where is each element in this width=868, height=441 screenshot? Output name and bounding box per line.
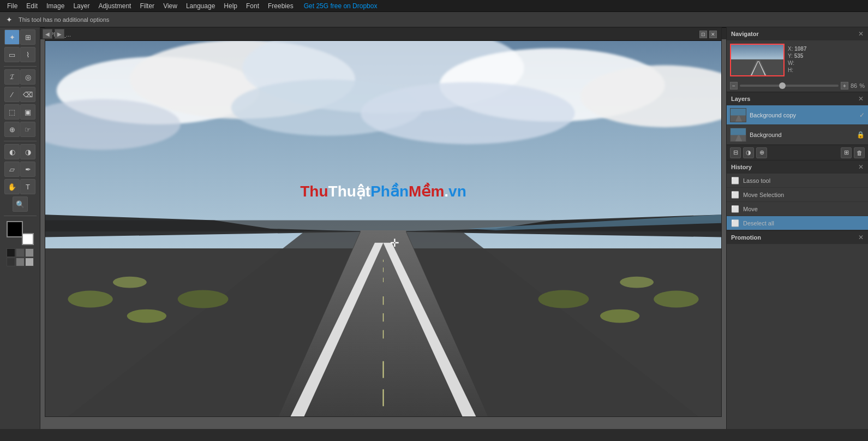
eraser-btn[interactable]: ⌫ <box>20 87 35 102</box>
canvas-maximize-btn[interactable]: ⊡ <box>699 31 707 38</box>
layers-mask-btn[interactable]: ⊕ <box>756 147 767 158</box>
layer-item-0[interactable]: Background copy ✓ <box>727 105 868 125</box>
background-swatch[interactable] <box>22 233 34 245</box>
paint-bucket-btn[interactable]: ⬚ <box>4 104 20 120</box>
svg-point-21 <box>127 309 166 323</box>
tool-sep-3 <box>4 216 37 216</box>
artboard-tool-btn[interactable]: ⊞ <box>20 29 35 45</box>
promotion-header[interactable]: Promotion ✕ <box>727 231 868 244</box>
history-icon-0: ⬜ <box>731 177 739 184</box>
canvas-title-controls: ⊡ ✕ <box>699 31 717 38</box>
window-nav: ◀ ▶ <box>40 27 67 40</box>
history-title: History <box>731 164 752 170</box>
shape-btn[interactable]: ▱ <box>4 162 20 177</box>
menu-image[interactable]: Image <box>43 1 68 11</box>
prev-window-btn[interactable]: ◀ <box>43 29 52 39</box>
menu-view[interactable]: View <box>159 1 181 11</box>
eyedropper-btn[interactable]: 𝓘 <box>4 69 20 85</box>
history-label-0: Lasso tool <box>743 177 770 184</box>
rect-select-btn[interactable]: ▭ <box>4 47 20 62</box>
layers-delete-btn[interactable]: 🗑 <box>854 147 865 158</box>
history-label-3: Deselect all <box>743 220 774 227</box>
history-item-3[interactable]: ⬜ Deselect all <box>727 216 868 230</box>
nav-zoom-in-btn[interactable]: + <box>841 82 848 90</box>
brush-btn[interactable]: ∕ <box>4 87 20 102</box>
menu-language[interactable]: Language <box>182 1 219 11</box>
nav-zoom-slider[interactable] <box>740 85 839 87</box>
history-item-2[interactable]: ⬜ Move <box>727 202 868 216</box>
navigator-close-btn[interactable]: ✕ <box>858 30 864 38</box>
hand-btn[interactable]: ✋ <box>4 179 20 194</box>
navigator-coords: X: 1087 Y: 535 W: H: <box>788 44 806 76</box>
swatch-2[interactable] <box>16 248 25 257</box>
layers-header[interactable]: Layers ✕ <box>727 92 868 105</box>
canvas-image-container[interactable]: ThuThuậtPhầnMềm.vn ✛ <box>45 41 721 416</box>
svg-point-20 <box>68 291 113 308</box>
swatch-6[interactable] <box>25 258 34 266</box>
swatch-1[interactable] <box>7 248 15 257</box>
swatch-4[interactable] <box>7 258 15 266</box>
tool-sep-2 <box>4 141 37 141</box>
nav-zoom-out-btn[interactable]: − <box>730 82 738 90</box>
layers-title: Layers <box>731 96 750 102</box>
heal-btn[interactable]: ◎ <box>20 69 35 85</box>
nav-slider-thumb[interactable] <box>779 82 786 89</box>
foreground-swatch[interactable] <box>7 221 23 237</box>
nav-w-label: W: <box>788 60 806 66</box>
smudge-btn[interactable]: ☞ <box>20 122 35 137</box>
canvas-area[interactable]: ◀ ▶ PHO_... ⊡ ✕ <box>40 27 726 429</box>
move-tool-btn[interactable]: ✦ <box>4 29 20 45</box>
promotion-content <box>727 244 868 266</box>
menu-help[interactable]: Help <box>220 1 241 11</box>
menu-filter[interactable]: Filter <box>136 1 158 11</box>
swatch-3[interactable] <box>25 248 34 257</box>
layers-new-group-btn[interactable]: ⊟ <box>730 147 741 158</box>
tool-hint: This tool has no additional options <box>19 16 109 23</box>
promotion-close-btn[interactable]: ✕ <box>858 234 864 241</box>
nav-zoom-percent: % <box>859 82 865 89</box>
menu-adjustment[interactable]: Adjustment <box>94 1 135 11</box>
menu-layer[interactable]: Layer <box>69 1 93 11</box>
navigator-title: Navigator <box>731 31 759 37</box>
burn-btn[interactable]: ◑ <box>20 144 35 159</box>
svg-point-23 <box>113 277 147 288</box>
nav-x-label: X: 1087 <box>788 46 806 52</box>
svg-point-25 <box>600 309 639 323</box>
navigator-header[interactable]: Navigator ✕ <box>727 27 868 40</box>
layers-close-btn[interactable]: ✕ <box>858 95 864 103</box>
swatch-5[interactable] <box>16 258 25 266</box>
svg-rect-29 <box>731 45 785 62</box>
right-panel: Navigator ✕ <box>726 27 868 429</box>
layers-new-btn[interactable]: ⊞ <box>841 147 852 158</box>
history-item-0[interactable]: ⬜ Lasso tool <box>727 174 868 188</box>
layers-content: Background copy ✓ Background 🔒 <box>727 105 868 145</box>
history-header[interactable]: History ✕ <box>727 160 868 174</box>
pen-btn[interactable]: ✒ <box>20 162 35 177</box>
menu-font[interactable]: Font <box>242 1 263 11</box>
history-content: ⬜ Lasso tool ⬜ Move Selection ⬜ Move ⬜ D… <box>727 174 868 230</box>
svg-point-22 <box>178 290 229 308</box>
history-item-1[interactable]: ⬜ Move Selection <box>727 188 868 202</box>
menu-file[interactable]: File <box>3 1 21 11</box>
color-swatch-area <box>7 221 34 245</box>
layer-item-1[interactable]: Background 🔒 <box>727 125 868 145</box>
history-close-btn[interactable]: ✕ <box>858 163 864 171</box>
menu-freebies[interactable]: Freebies <box>264 1 297 11</box>
gradient-btn[interactable]: ▣ <box>20 104 35 120</box>
zoom-btn[interactable]: 🔍 <box>13 196 28 212</box>
layer-name-0: Background copy <box>750 112 856 118</box>
menu-edit[interactable]: Edit <box>22 1 41 11</box>
layers-toolbar: ⊟ ◑ ⊕ ⊞ 🗑 <box>727 145 868 160</box>
dropbox-promo[interactable]: Get 25G free on Dropbox <box>304 2 378 10</box>
next-window-btn[interactable]: ▶ <box>55 29 64 39</box>
dodge-btn[interactable]: ◐ <box>4 144 20 159</box>
clone-btn[interactable]: ⊕ <box>4 122 20 137</box>
tool-group-shape: ▱ ✒ <box>4 162 35 177</box>
text-btn[interactable]: T <box>20 179 35 194</box>
nav-zoom-value: 86 <box>851 82 857 89</box>
lasso-select-btn[interactable]: ⌇ <box>20 47 35 62</box>
tool-group-clone: ⊕ ☞ <box>4 122 35 137</box>
svg-point-26 <box>538 290 589 308</box>
layers-adjustment-btn[interactable]: ◑ <box>743 147 754 158</box>
canvas-close-btn[interactable]: ✕ <box>709 31 717 38</box>
